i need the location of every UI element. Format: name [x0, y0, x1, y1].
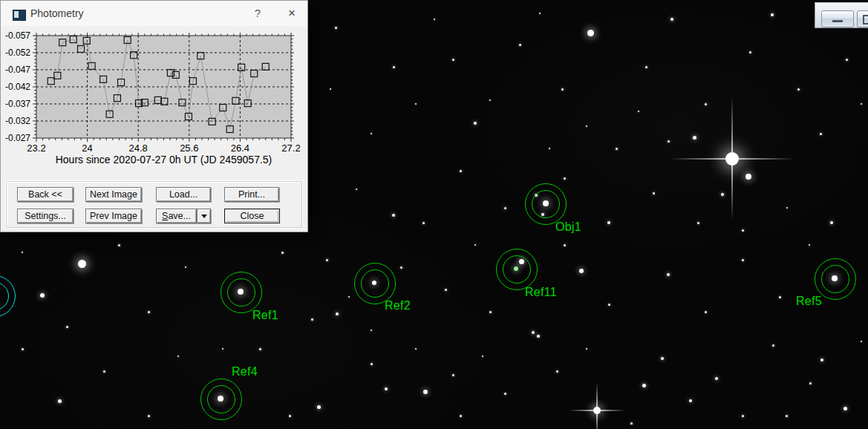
window-icon — [13, 10, 26, 21]
star — [742, 415, 744, 417]
svg-text:24: 24 — [82, 143, 92, 154]
star — [400, 266, 402, 269]
diffraction-spike — [596, 382, 598, 429]
star — [846, 59, 848, 61]
marker-label-ref2: Ref2 — [385, 299, 411, 312]
svg-text:26.4: 26.4 — [231, 143, 249, 154]
save-dropdown-button[interactable] — [197, 209, 211, 223]
star — [742, 229, 744, 232]
star — [797, 88, 800, 91]
star — [445, 289, 447, 291]
svg-text:-0.037: -0.037 — [5, 99, 30, 109]
minimize-button[interactable] — [821, 10, 854, 27]
star — [843, 407, 847, 410]
star — [289, 415, 291, 417]
star — [452, 374, 454, 376]
star — [326, 259, 328, 261]
marker-label-ref11: Ref11 — [525, 286, 557, 299]
star — [474, 122, 477, 125]
svg-text:-0.047: -0.047 — [5, 65, 30, 75]
star — [772, 344, 774, 347]
star — [371, 363, 373, 365]
star — [549, 148, 550, 149]
star — [661, 357, 664, 360]
star — [177, 356, 179, 357]
aperture-ring-obj1 — [532, 190, 560, 218]
star — [705, 311, 707, 313]
screen: Obj1Ref11Ref2Ref1Ref5Ref4 Photometry ? ×… — [0, 0, 868, 429]
star — [356, 189, 357, 190]
star — [40, 293, 45, 298]
star — [504, 207, 506, 209]
star — [434, 19, 435, 20]
star — [786, 207, 788, 209]
star — [281, 252, 284, 254]
star — [415, 103, 417, 105]
star — [66, 326, 68, 328]
star — [118, 244, 120, 246]
prev-image-button[interactable]: Prev Image — [85, 209, 142, 223]
star — [58, 399, 62, 403]
dialog-titlebar[interactable]: Photometry ? × — [1, 1, 307, 26]
star — [820, 358, 823, 361]
save-button[interactable]: Save... — [156, 209, 197, 223]
star — [638, 111, 639, 112]
star — [653, 192, 655, 194]
star — [809, 382, 812, 384]
star — [348, 296, 350, 298]
star — [579, 269, 584, 273]
star — [670, 18, 673, 21]
help-button[interactable]: ? — [243, 1, 273, 24]
star — [697, 222, 699, 224]
star — [645, 66, 647, 68]
svg-text:27.2: 27.2 — [281, 143, 300, 154]
back-button[interactable]: Back << — [17, 187, 74, 202]
svg-text:24.8: 24.8 — [129, 143, 148, 154]
plot-area — [36, 36, 291, 138]
star — [779, 296, 781, 298]
star — [667, 273, 670, 276]
aperture-ring-ref1 — [227, 278, 255, 307]
aperture-ring-ref2 — [361, 269, 389, 298]
star — [504, 393, 506, 395]
star — [830, 221, 833, 224]
star — [786, 415, 788, 417]
star — [715, 377, 718, 380]
close-button[interactable]: Close — [224, 209, 280, 223]
load-button[interactable]: Load... — [156, 187, 211, 202]
star — [564, 244, 566, 246]
star — [415, 348, 417, 350]
star — [586, 348, 587, 350]
star — [489, 311, 492, 313]
star — [745, 174, 751, 180]
star — [539, 13, 541, 14]
star — [185, 266, 186, 268]
star — [616, 148, 618, 150]
star — [460, 415, 462, 417]
diffraction-spike — [670, 158, 794, 160]
minimize-icon — [832, 20, 843, 22]
star — [742, 259, 744, 261]
settings-button[interactable]: Settings... — [17, 209, 74, 223]
star — [222, 348, 223, 350]
star — [460, 170, 462, 172]
diffraction-spike — [569, 410, 625, 411]
maximize-button[interactable] — [857, 10, 868, 27]
marker-label-ref1: Ref1 — [252, 309, 278, 322]
close-window-button[interactable]: × — [277, 1, 307, 24]
star — [564, 177, 566, 180]
star — [22, 348, 24, 350]
star — [861, 341, 862, 342]
svg-text:-0.057: -0.057 — [5, 30, 30, 41]
star — [771, 13, 774, 16]
star — [259, 348, 261, 350]
star — [489, 99, 491, 101]
svg-text:-0.032: -0.032 — [5, 116, 30, 126]
chevron-down-icon — [201, 214, 207, 218]
star — [392, 214, 395, 217]
star — [371, 133, 372, 134]
marker-label-ref4: Ref4 — [232, 365, 258, 379]
star — [103, 370, 105, 373]
next-image-button[interactable]: Next Image — [85, 187, 142, 202]
print-button[interactable]: Print... — [224, 187, 279, 202]
